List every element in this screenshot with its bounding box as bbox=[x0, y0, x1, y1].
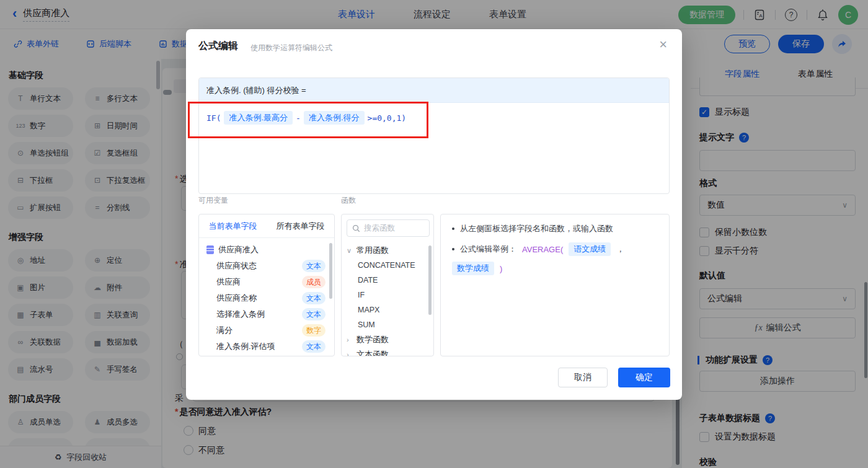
example-close-paren: ) bbox=[500, 264, 502, 273]
type-badge: 文本 bbox=[302, 260, 326, 272]
variable-name: 准入条例.评估项 bbox=[216, 341, 275, 352]
variable-item[interactable]: 选择准入条例 文本 bbox=[199, 306, 334, 322]
variable-item[interactable]: 准入条例.评估项 文本 bbox=[199, 338, 334, 355]
variable-item[interactable]: 满分 数字 bbox=[199, 322, 334, 338]
variable-name: 满分 bbox=[216, 325, 232, 336]
type-badge: 文本 bbox=[302, 340, 326, 353]
functions-section-label: 函数 bbox=[341, 195, 356, 206]
function-item[interactable]: IF bbox=[342, 288, 433, 302]
type-badge: 数字 bbox=[302, 324, 326, 337]
group-label: 常用函数 bbox=[356, 245, 389, 256]
type-badge: 文本 bbox=[302, 292, 326, 304]
bullet-icon bbox=[452, 248, 454, 250]
function-item[interactable]: DATE bbox=[342, 273, 433, 288]
variables-form-node[interactable]: 供应商准入 bbox=[199, 242, 334, 258]
variable-item[interactable]: 供应商全称 文本 bbox=[199, 290, 334, 306]
function-item[interactable]: SUM bbox=[342, 317, 433, 332]
variable-item[interactable]: 供应商 成员 bbox=[199, 274, 334, 290]
function-item[interactable]: MAPX bbox=[342, 302, 433, 317]
function-group-common[interactable]: ∨ 常用函数 bbox=[342, 243, 433, 258]
bullet-icon bbox=[452, 227, 454, 230]
function-group-math[interactable]: › 数学函数 bbox=[342, 332, 433, 347]
example-function: AVERAGE( bbox=[522, 245, 563, 254]
annotation-highlight-box bbox=[188, 102, 428, 138]
type-badge: 文本 bbox=[302, 308, 326, 320]
form-doc-icon bbox=[206, 245, 214, 254]
chevron-closed-icon: › bbox=[347, 351, 353, 356]
search-icon bbox=[352, 224, 360, 232]
group-label: 文本函数 bbox=[356, 349, 389, 356]
close-icon[interactable]: × bbox=[659, 37, 667, 53]
type-badge: 成员 bbox=[302, 276, 326, 288]
tips-panel: 从左侧面板选择字段名和函数，或输入函数 公式编辑举例： AVERAGE( 语文成… bbox=[440, 214, 670, 356]
formula-edit-modal: 公式编辑 使用数学运算符编辑公式 × 准入条例. (辅助) 得分校验 = IF(… bbox=[186, 29, 682, 400]
function-search-input[interactable] bbox=[364, 224, 420, 232]
tip-example-line: 公式编辑举例： AVERAGE( 语文成绩 ， 数学成绩 ) bbox=[452, 242, 658, 275]
cancel-button[interactable]: 取消 bbox=[558, 368, 608, 387]
variables-panel: 当前表单字段 所有表单字段 供应商准入 供应商状态 文本 供应商 成员 供应商全… bbox=[198, 214, 335, 356]
example-variable-chip: 语文成绩 bbox=[569, 242, 611, 256]
functions-scrollbar[interactable] bbox=[428, 245, 432, 315]
tab-current-form-fields[interactable]: 当前表单字段 bbox=[199, 214, 267, 237]
function-item[interactable]: CONCATENATE bbox=[342, 258, 433, 273]
variables-scrollbar[interactable] bbox=[329, 243, 332, 299]
variable-name: 供应商全称 bbox=[216, 293, 257, 304]
modal-subtitle: 使用数学运算符编辑公式 bbox=[250, 43, 332, 53]
tab-all-form-fields[interactable]: 所有表单字段 bbox=[267, 214, 334, 237]
chevron-open-icon: ∨ bbox=[347, 247, 353, 255]
app-window: ‹ 供应商准入 表单设计 流程设定 表单设置 数据管理 A bbox=[0, 0, 868, 468]
variables-tabs: 当前表单字段 所有表单字段 bbox=[199, 214, 334, 238]
variable-name: 选择准入条例 bbox=[216, 309, 265, 320]
example-variable-chip: 数学成绩 bbox=[452, 262, 494, 275]
function-group-text[interactable]: › 文本函数 bbox=[342, 347, 433, 356]
variable-name: 供应商状态 bbox=[216, 260, 257, 272]
tip-line: 从左侧面板选择字段名和函数，或输入函数 bbox=[452, 223, 658, 234]
variable-item[interactable]: 供应商状态 文本 bbox=[199, 258, 334, 274]
group-label: 数学函数 bbox=[356, 334, 389, 345]
confirm-button[interactable]: 确定 bbox=[618, 368, 670, 387]
variables-section-label: 可用变量 bbox=[198, 195, 228, 206]
variable-name: 供应商 bbox=[216, 276, 241, 288]
function-search[interactable] bbox=[347, 219, 430, 237]
formula-target: 准入条例. (辅助) 得分校验 = bbox=[199, 78, 669, 103]
functions-panel: ∨ 常用函数 CONCATENATE DATE IF MAPX SUM › 数学… bbox=[341, 214, 434, 356]
form-name: 供应商准入 bbox=[218, 244, 259, 255]
chevron-closed-icon: › bbox=[347, 336, 353, 343]
modal-title: 公式编辑 bbox=[198, 40, 238, 53]
